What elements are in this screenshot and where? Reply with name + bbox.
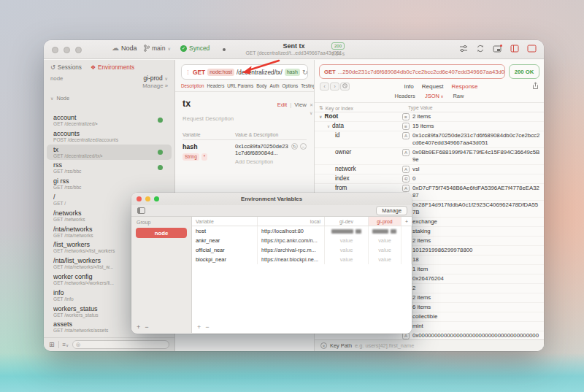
column-gi-dev[interactable]: gi-dev bbox=[325, 217, 369, 226]
zoom-window-icon[interactable] bbox=[75, 47, 82, 53]
sync-arrows-icon[interactable] bbox=[476, 45, 485, 53]
collapse-all-icon[interactable]: ⇅ bbox=[319, 105, 323, 111]
format-tab-raw[interactable]: Raw bbox=[453, 93, 464, 99]
panel-splitter-icons[interactable]: ✕∨ bbox=[310, 102, 313, 115]
branch-selector[interactable]: main ∨ bbox=[144, 45, 171, 52]
request-tab-options[interactable]: Options bbox=[282, 83, 298, 88]
tree-row[interactable]: idA0x1cc89fa70250de231c7d6f689084db0c7ce… bbox=[315, 131, 544, 148]
env-gi-prod-value[interactable]: value bbox=[369, 255, 402, 264]
endpoint-group-header[interactable]: ∨Node bbox=[44, 92, 174, 103]
url-param-chip[interactable]: hash bbox=[285, 69, 300, 76]
env-gi-prod-value[interactable]: value bbox=[369, 245, 402, 255]
close-window-icon[interactable] bbox=[137, 196, 142, 201]
remove-group-icon[interactable]: − bbox=[145, 323, 153, 331]
env-gi-prod-value[interactable]: value bbox=[369, 236, 402, 245]
clear-keypath-icon[interactable]: × bbox=[320, 342, 327, 349]
keypath-input[interactable]: e.g. users[42].first_name bbox=[355, 342, 414, 349]
variable-type-chip[interactable]: String bbox=[182, 153, 199, 161]
request-description-placeholder[interactable]: Request Description bbox=[182, 115, 307, 122]
add-request-icon[interactable]: ⊞ bbox=[49, 341, 55, 348]
env-row-host[interactable]: hosthttp://localhost:80 bbox=[192, 226, 412, 236]
view-button[interactable]: View bbox=[294, 101, 307, 108]
tree-row[interactable]: ∨data≡15 items bbox=[315, 122, 544, 131]
back-icon[interactable]: ‹ bbox=[320, 82, 329, 91]
env-local-value[interactable]: https://archival-rpc.m... bbox=[258, 245, 325, 255]
env-row-ankr_near[interactable]: ankr_nearhttps://rpc.ankr.com/n...valuev… bbox=[192, 236, 412, 245]
request-tab-testing[interactable]: Testing bbox=[301, 83, 314, 88]
request-method[interactable]: GET bbox=[193, 69, 205, 76]
url-variable-chip[interactable]: node:host bbox=[207, 69, 234, 76]
app-menu[interactable]: ☁ Noda bbox=[112, 45, 137, 52]
refresh-icon[interactable]: ↻ bbox=[302, 69, 308, 76]
tree-row[interactable]: ownerA0x0Bb9EF688199f947E79fE4c15F894C36… bbox=[315, 148, 544, 165]
add-variable-icon[interactable]: + bbox=[197, 323, 205, 331]
sidebar-item-rss[interactable]: rssGET /rss/bbc bbox=[47, 160, 172, 176]
minimize-window-icon[interactable] bbox=[64, 47, 70, 53]
zoom-window-icon[interactable] bbox=[154, 196, 159, 201]
env-gi-prod-value[interactable] bbox=[369, 226, 402, 236]
keypath-bar[interactable]: × Key Path e.g. users[42].first_name bbox=[315, 339, 544, 351]
forward-icon[interactable]: › bbox=[330, 82, 339, 91]
history-clock-icon[interactable] bbox=[340, 82, 350, 91]
collapse-icon[interactable]: ✕ bbox=[310, 102, 313, 107]
sidebar-item-tx[interactable]: txGET /decentralized/tx/▪ bbox=[47, 145, 172, 161]
sidebar-item-accounts[interactable]: accountsPOST /decentralized/accounts bbox=[47, 128, 172, 145]
response-tab-response[interactable]: Response bbox=[452, 83, 478, 90]
layout-columns-icon[interactable] bbox=[510, 45, 519, 53]
add-description-placeholder[interactable]: Add Description bbox=[235, 158, 307, 165]
tab-environments[interactable]: ❖Environments bbox=[91, 64, 134, 71]
env-row-blockpi_near[interactable]: blockpi_nearhttps://near.blockpi.ne...va… bbox=[192, 255, 412, 264]
env-local-value[interactable]: https://near.blockpi.ne... bbox=[258, 255, 325, 264]
tree-row[interactable]: ∨Root≡2 items bbox=[315, 112, 544, 122]
response-tab-info[interactable]: Info bbox=[404, 83, 413, 90]
expand-icon[interactable]: ∨ bbox=[310, 110, 313, 115]
add-group-icon[interactable]: + bbox=[137, 323, 145, 331]
sidebar-item-gi-rss[interactable]: gi rssGET /rss/bbc bbox=[47, 176, 172, 192]
env-gi-dev-value[interactable]: value bbox=[325, 236, 369, 245]
tree-row[interactable]: index420 bbox=[315, 174, 544, 184]
tab-sessions[interactable]: ↺Sessions bbox=[50, 64, 82, 71]
share-icon[interactable] bbox=[532, 80, 539, 93]
env-local-value[interactable]: http://localhost:80 bbox=[258, 226, 325, 236]
env-window-controls[interactable] bbox=[137, 196, 159, 201]
tree-row[interactable]: networkAvsl bbox=[315, 165, 544, 174]
sliders-icon[interactable] bbox=[459, 45, 468, 53]
env-gi-dev-value[interactable]: value bbox=[325, 245, 369, 255]
request-tab-description[interactable]: Description bbox=[181, 83, 204, 88]
request-tab-headers[interactable]: Headers bbox=[207, 83, 225, 88]
env-local-value[interactable]: https://rpc.ankr.com/n... bbox=[258, 236, 325, 245]
request-tab-url-params[interactable]: URL Params bbox=[227, 83, 253, 88]
sidebar-item-account[interactable]: accountGET /decentralized/▪ bbox=[47, 112, 172, 128]
remove-value-icon[interactable]: − bbox=[300, 143, 307, 150]
env-gi-dev-value[interactable] bbox=[325, 226, 369, 236]
pip-window-icon[interactable] bbox=[493, 45, 502, 53]
format-tab-headers[interactable]: Headers bbox=[395, 93, 415, 99]
close-window-icon[interactable] bbox=[52, 47, 58, 53]
edit-button[interactable]: Edit bbox=[277, 101, 287, 108]
sidebar-search-input[interactable]: ◎ bbox=[72, 340, 169, 349]
manage-environments-link[interactable]: Manage » bbox=[44, 82, 174, 92]
layout-window-icon[interactable] bbox=[527, 45, 537, 53]
manage-button[interactable]: Manage bbox=[376, 206, 407, 215]
env-gi-dev-value[interactable]: value bbox=[325, 255, 369, 264]
sort-filter-icon[interactable]: ≡∨ bbox=[63, 342, 69, 348]
window-controls[interactable] bbox=[52, 47, 82, 53]
env-selector[interactable]: gi-prod∨ bbox=[144, 74, 168, 82]
variable-name[interactable]: hash bbox=[182, 143, 235, 150]
variable-value-input[interactable]: 0x1cc89fa70250de231c7d6f689084d... bbox=[235, 143, 289, 156]
response-tab-request[interactable]: Request bbox=[422, 83, 444, 90]
format-tab-json[interactable]: JSON ∨ bbox=[425, 93, 444, 99]
response-url-box[interactable]: GET ...250de231c7d6f689084db0c7ce2bcc2cd… bbox=[319, 64, 505, 79]
drag-handle-icon[interactable]: ⋮ bbox=[185, 69, 191, 74]
chevron-down-icon[interactable]: ∨ bbox=[327, 123, 330, 130]
group-item-node[interactable]: node bbox=[136, 228, 187, 238]
sidebar-toggle-icon[interactable] bbox=[137, 207, 145, 214]
remove-variable-icon[interactable]: − bbox=[205, 323, 213, 331]
variable-required-chip[interactable]: * bbox=[201, 153, 208, 161]
env-row-official_near[interactable]: official_nearhttps://archival-rpc.m...va… bbox=[192, 245, 412, 255]
request-tab-auth[interactable]: Auth bbox=[269, 83, 279, 88]
add-column-icon[interactable]: + bbox=[402, 217, 412, 226]
insert-variable-icon[interactable]: ↻ bbox=[291, 143, 298, 150]
request-tab-body[interactable]: Body bbox=[256, 83, 266, 88]
column-gi-prod[interactable]: gi-prod bbox=[369, 217, 402, 226]
